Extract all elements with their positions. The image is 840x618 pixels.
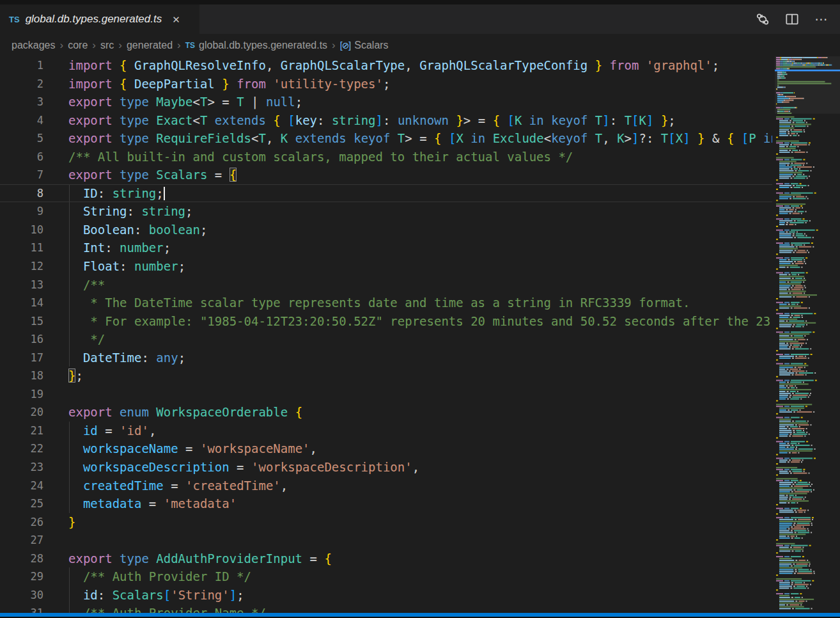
line-number[interactable]: 18 (0, 367, 43, 385)
code-token: number (120, 241, 164, 255)
code-line[interactable]: 17 DateTime: any; (0, 349, 772, 367)
code-line[interactable]: 1import { GraphQLResolveInfo, GraphQLSca… (0, 56, 772, 75)
tab-title: global.db.types.generated.ts (26, 13, 162, 26)
code-line[interactable]: 27 (0, 531, 772, 550)
code-token: boolean (149, 223, 200, 237)
code-token: : (610, 113, 625, 127)
code-token: /** Auth Provider ID */ (83, 569, 251, 583)
code-token: enum (120, 405, 156, 419)
code-token: key (295, 113, 317, 127)
breadcrumb: packages›core›src›generated›TSglobal.db.… (0, 34, 840, 56)
close-tab-icon[interactable]: ✕ (170, 13, 182, 26)
line-number[interactable]: 22 (0, 440, 43, 458)
code-line[interactable]: 24 createdTime = 'createdTime', (0, 477, 772, 495)
line-number[interactable]: 20 (0, 403, 43, 422)
code-line[interactable]: 13 /** (0, 276, 772, 294)
line-number[interactable]: 30 (0, 586, 43, 605)
code-line[interactable]: 26} (0, 513, 772, 532)
code-token (68, 569, 83, 583)
code-line[interactable]: 4export type Exact<T extends { [key: str… (0, 111, 772, 130)
minimap-canvas[interactable] (775, 56, 840, 613)
line-number[interactable]: 17 (0, 349, 43, 367)
code-token: = (207, 168, 229, 182)
line-number[interactable]: 2 (0, 75, 43, 93)
line-number[interactable]: 5 (0, 129, 43, 148)
breadcrumb-item-packages[interactable]: packages (12, 40, 56, 51)
code-line[interactable]: 6/** All built-in and custom scalars, ma… (0, 148, 772, 166)
split-editor-icon[interactable] (785, 12, 799, 26)
line-number[interactable]: 25 (0, 495, 43, 513)
code-text: export type Exact<T extends { [key: stri… (68, 111, 772, 130)
code-line[interactable]: 5export type RequireFields<T, K extends … (0, 129, 772, 148)
line-number[interactable]: 21 (0, 422, 43, 440)
code-token: string (332, 113, 376, 127)
code-line[interactable]: 28export type AddAuthProviderInput = { (0, 550, 772, 568)
code-token: : (98, 186, 113, 200)
line-number[interactable]: 9 (0, 202, 43, 221)
code-line[interactable]: 11 Int: number; (0, 239, 772, 257)
code-line[interactable]: 14 * The DateTime scalar type represents… (0, 294, 772, 312)
code-line[interactable]: 10 Boolean: boolean; (0, 221, 772, 239)
code-text: export type Scalars = { (68, 166, 772, 184)
code-token: Scalars (113, 588, 164, 602)
code-line[interactable]: 3export type Maybe<T> = T | null; (0, 93, 772, 111)
breadcrumb-item-file[interactable]: global.db.types.generated.ts (199, 40, 327, 51)
code-token: ] (683, 131, 690, 145)
line-number[interactable]: 12 (0, 257, 43, 276)
code-line[interactable]: 18}; (0, 367, 772, 385)
open-changes-icon[interactable] (756, 12, 770, 26)
line-number[interactable]: 8 (0, 184, 43, 203)
code-line[interactable]: 12 Float: number; (0, 257, 772, 276)
code-text: /** All built-in and custom scalars, map… (68, 148, 772, 166)
code-token: 'graphql' (646, 58, 712, 72)
code-line[interactable]: 2import { DeepPartial } from 'utility-ty… (0, 75, 772, 93)
code-token: = (302, 551, 324, 566)
line-number[interactable]: 10 (0, 221, 43, 239)
code-line[interactable]: 19 (0, 385, 772, 404)
code-token: type (120, 113, 156, 127)
line-number[interactable]: 28 (0, 550, 43, 568)
line-number[interactable]: 26 (0, 513, 43, 532)
line-number[interactable]: 23 (0, 458, 43, 477)
code-text: * For example: "1985-04-12T23:20:50.52Z"… (68, 312, 772, 331)
code-line[interactable]: 21 id = 'id', (0, 422, 772, 440)
code-line[interactable]: 9 String: string; (0, 202, 772, 221)
code-token (68, 460, 83, 474)
line-number[interactable]: 1 (0, 56, 43, 75)
code-line[interactable]: 30 id: Scalars['String']; (0, 586, 772, 605)
line-number[interactable]: 27 (0, 531, 43, 550)
line-number[interactable]: 11 (0, 239, 43, 257)
breadcrumb-item-core[interactable]: core (68, 40, 88, 51)
minimap[interactable] (775, 56, 840, 613)
line-number[interactable]: 6 (0, 148, 43, 166)
code-line[interactable]: 15 * For example: "1985-04-12T23:20:50.5… (0, 312, 772, 331)
line-number[interactable]: 4 (0, 111, 43, 130)
breadcrumb-item-symbol[interactable]: Scalars (354, 40, 388, 51)
code-line[interactable]: 29 /** Auth Provider ID */ (0, 567, 772, 586)
code-line[interactable]: 25 metadata = 'metadata' (0, 495, 772, 513)
code-token: string (113, 186, 157, 200)
code-line[interactable]: 8 ID: string; (0, 184, 772, 203)
line-number[interactable]: 15 (0, 312, 43, 331)
line-number[interactable]: 13 (0, 276, 43, 294)
code-token: T (661, 131, 668, 145)
line-number[interactable]: 14 (0, 294, 43, 312)
code-line[interactable]: 20export enum WorkspaceOrderable { (0, 403, 772, 422)
code-line[interactable]: 7export type Scalars = { (0, 166, 772, 184)
line-number[interactable]: 16 (0, 330, 43, 349)
code-token: , (266, 131, 281, 145)
code-editor[interactable]: 1import { GraphQLResolveInfo, GraphQLSca… (0, 56, 772, 618)
code-line[interactable]: 16 */ (0, 330, 772, 349)
line-number[interactable]: 7 (0, 166, 43, 184)
more-actions-icon[interactable]: ⋯ (814, 12, 828, 26)
code-token: , (310, 441, 317, 456)
code-line[interactable]: 23 workspaceDescription = 'workspaceDesc… (0, 458, 772, 477)
line-number[interactable]: 29 (0, 567, 43, 586)
breadcrumb-item-src[interactable]: src (100, 40, 114, 51)
line-number[interactable]: 19 (0, 385, 43, 404)
code-line[interactable]: 22 workspaceName = 'workspaceName', (0, 440, 772, 458)
tab-global-db-types-generated[interactable]: TS global.db.types.generated.ts ✕ (0, 4, 199, 34)
line-number[interactable]: 24 (0, 477, 43, 495)
line-number[interactable]: 3 (0, 93, 43, 111)
breadcrumb-item-generated[interactable]: generated (127, 40, 173, 51)
